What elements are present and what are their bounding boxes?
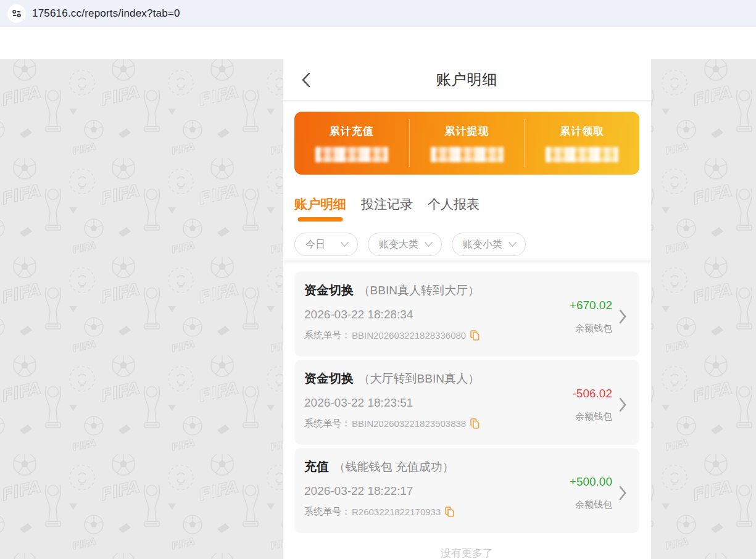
copy-icon[interactable] [470,418,480,429]
app-panel: 账户明细 累计充值 累计提现 累计领取 账户明 [283,59,651,559]
masked-value [546,147,618,162]
transaction-type: 充值 [304,460,329,473]
chevron-down-icon [341,242,349,247]
transaction-amount: -506.02 [573,387,612,400]
transaction-amount-block: +670.02 余额钱包 [570,282,627,357]
filter-bar: 今日 账变大类 账变小类 [294,233,639,256]
url-text[interactable]: 175616.cc/reports/index?tab=0 [32,7,180,20]
page: FIFA [0,27,756,559]
filter-label: 账变小类 [463,238,502,251]
filter-major-category-dropdown[interactable]: 账变大类 [368,233,442,256]
transaction-amount: +670.02 [570,299,612,312]
wallet-label: 余额钱包 [575,499,612,511]
transaction-type: 资金切换 [304,283,354,297]
transaction-detail: （BBIN真人转到大厅） [359,284,480,297]
order-number: BBIN202603221828336080 [352,330,466,341]
stat-label: 累计充值 [330,124,374,138]
chevron-right-icon [618,397,627,413]
copy-icon[interactable] [445,507,454,517]
transaction-type: 资金切换 [304,371,354,385]
wallet-label: 余额钱包 [575,411,612,423]
filter-date-dropdown[interactable]: 今日 [294,233,358,256]
transaction-card[interactable]: 资金切换 （BBIN真人转到大厅） 2026-03-22 18:28:34 系统… [294,271,639,357]
stat-label: 累计领取 [560,124,604,138]
transaction-amount-block: +500.00 余额钱包 [570,458,627,533]
masked-value [315,147,388,162]
stat-total-claimed: 累计领取 [525,112,639,175]
tab-bet-records[interactable]: 投注记录 [361,196,413,213]
wallet-label: 余额钱包 [575,323,612,334]
transaction-card[interactable]: 充值 （钱能钱包 充值成功） 2026-03-22 18:22:17 系统单号：… [294,448,639,533]
chevron-down-icon [509,242,517,247]
transaction-datetime: 2026-03-22 18:28:34 [304,308,480,321]
tab-account-details[interactable]: 账户明细 [294,196,346,213]
transaction-amount: +500.00 [570,475,612,489]
chevron-down-icon [425,242,433,247]
transaction-info: 资金切换 （BBIN真人转到大厅） 2026-03-22 18:28:34 系统… [304,282,480,357]
page-title: 账户明细 [436,70,498,89]
transaction-list: 资金切换 （BBIN真人转到大厅） 2026-03-22 18:28:34 系统… [283,260,651,559]
stat-total-deposit: 累计充值 [294,112,409,175]
filter-label: 今日 [305,238,325,251]
transaction-info: 资金切换 （大厅转到BBIN真人） 2026-03-22 18:23:51 系统… [304,370,480,445]
site-info-button[interactable] [7,4,26,23]
tab-personal-report[interactable]: 个人报表 [428,196,480,213]
chevron-left-icon [301,72,310,88]
tune-sliders-icon [12,9,22,19]
tab-bar: 账户明细 投注记录 个人报表 [294,196,639,213]
stat-total-withdrawal: 累计提现 [410,112,525,175]
masked-value [431,147,504,162]
copy-icon[interactable] [470,330,480,341]
back-button[interactable] [301,71,316,88]
order-number-label: 系统单号： [304,506,351,518]
transaction-datetime: 2026-03-22 18:22:17 [304,484,454,498]
order-number: BBIN202603221823503838 [352,418,466,429]
transaction-amount-block: -506.02 余额钱包 [573,370,627,445]
transaction-detail: （钱能钱包 充值成功） [334,460,454,473]
chevron-right-icon [618,485,627,501]
filter-label: 账变大类 [379,238,418,251]
stats-summary-card: 累计充值 累计提现 累计领取 [294,112,639,175]
transaction-detail: （大厅转到BBIN真人） [359,372,480,385]
order-number: R2603221822170933 [352,507,441,517]
chevron-right-icon [618,308,627,325]
no-more-text: 没有更多了 [294,546,639,559]
filter-minor-category-dropdown[interactable]: 账变小类 [452,233,526,256]
top-section: 累计充值 累计提现 累计领取 账户明细 投注记录 个人报表 [283,112,651,260]
stat-label: 累计提现 [445,124,489,138]
transaction-card[interactable]: 资金切换 （大厅转到BBIN真人） 2026-03-22 18:23:51 系统… [294,360,639,445]
browser-url-bar: 175616.cc/reports/index?tab=0 [0,0,756,27]
transaction-datetime: 2026-03-22 18:23:51 [304,396,480,410]
panel-header: 账户明细 [283,59,651,101]
order-number-label: 系统单号： [304,418,351,429]
transaction-info: 充值 （钱能钱包 充值成功） 2026-03-22 18:22:17 系统单号：… [304,458,454,533]
order-number-label: 系统单号： [304,329,351,341]
